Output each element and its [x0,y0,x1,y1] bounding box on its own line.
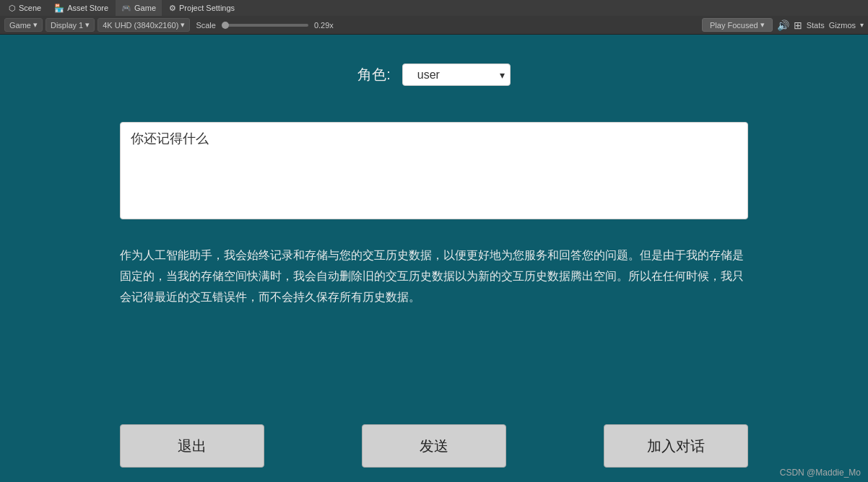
toolbar-game-label: Game [9,21,31,30]
toolbar-resolution-chevron-icon: ▾ [181,20,185,30]
grid-icon[interactable]: ⊞ [794,19,802,31]
send-button[interactable]: 发送 [362,424,506,468]
toolbar: Game ▾ Display 1 ▾ 4K UHD (3840x2160) ▾ … [0,16,868,35]
menu-item-projectsettings-label: Project Settings [179,4,235,12]
role-label: 角色: [357,65,391,84]
menu-item-assetstore-label: Asset Store [67,4,108,12]
menu-bar: ⬡ Scene 🏪 Asset Store 🎮 Game ⚙ Project S… [0,0,868,16]
watermark: CSDN @Maddie_Mo [780,468,861,478]
play-focused-button[interactable]: Play Focused ▾ [702,18,773,32]
toolbar-display-label: Display 1 [51,21,83,30]
role-select-wrapper[interactable]: user admin guest [402,63,511,86]
sound-icon[interactable]: 🔊 [777,19,789,31]
menu-item-scene[interactable]: ⬡ Scene [3,0,47,16]
toolbar-scale-value: 0.29x [314,21,334,30]
toolbar-display-dropdown[interactable]: Display 1 ▾ [45,18,95,32]
toolbar-game-chevron-icon: ▾ [33,20,38,30]
gizmos-chevron-icon: ▾ [860,21,864,29]
toolbar-game-dropdown[interactable]: Game ▾ [4,18,43,32]
toolbar-scale-label: Scale [196,21,216,30]
toolbar-right: Play Focused ▾ 🔊 ⊞ Stats Gizmos ▾ [702,18,864,32]
gizmos-label[interactable]: Gizmos [829,21,856,30]
game-area: 角色: user admin guest 你还记得什么 作为人工智能助手，我会始… [0,35,868,482]
toolbar-display-chevron-icon: ▾ [85,20,90,30]
menu-item-game-label: Game [134,4,156,12]
play-focused-chevron-icon: ▾ [760,20,765,30]
toolbar-resolution-label: 4K UHD (3840x2160) [103,21,178,30]
menu-item-assetstore[interactable]: 🏪 Asset Store [48,0,114,16]
toolbar-resolution-dropdown[interactable]: 4K UHD (3840x2160) ▾ [97,18,190,32]
role-select[interactable]: user admin guest [402,63,511,86]
text-input[interactable]: 你还记得什么 [120,122,748,219]
assetstore-icon: 🏪 [54,4,64,13]
projectsettings-icon: ⚙ [169,4,176,13]
game-icon: 🎮 [121,4,131,13]
stats-label[interactable]: Stats [807,21,825,30]
scene-icon: ⬡ [9,4,16,13]
menu-item-game[interactable]: 🎮 Game [116,0,162,16]
scale-thumb [222,22,229,29]
menu-item-scene-label: Scene [19,4,41,12]
focused-label: Focused [727,21,758,30]
response-text: 作为人工智能助手，我会始终记录和存储与您的交互历史数据，以便更好地为您服务和回答… [120,245,748,307]
buttons-row: 退出 发送 加入对话 [120,424,748,468]
role-row: 角色: user admin guest [357,63,511,86]
play-label: Play [710,21,725,30]
exit-button[interactable]: 退出 [120,424,264,468]
scale-track[interactable] [222,24,308,27]
join-button[interactable]: 加入对话 [604,424,748,468]
menu-item-projectsettings[interactable]: ⚙ Project Settings [163,0,240,16]
